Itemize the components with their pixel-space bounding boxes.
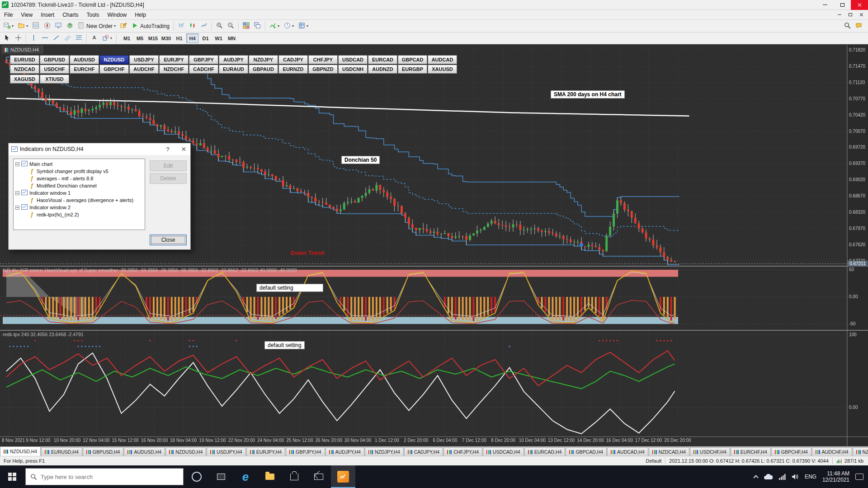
tree-indicator-item[interactable]: ƒredk-tpx(fx)_(m2.2) [15, 211, 145, 218]
navigator-button[interactable] [42, 21, 53, 32]
mdi-close-button[interactable] [856, 11, 866, 19]
chart-tab-cadjpyh4[interactable]: CADJPY,H4 [404, 447, 443, 456]
market-watch-button[interactable] [30, 21, 42, 32]
tree-expand-icon[interactable] [15, 191, 19, 195]
vline-button[interactable] [28, 33, 39, 44]
taskbar-clock[interactable]: 11:48 AM 12/21/2021 [822, 470, 849, 483]
chart-tab-chfjpyh4[interactable]: CHFJPY,H4 [443, 447, 482, 456]
symbol-button-usdcnh[interactable]: USDCNH [338, 65, 368, 74]
status-profile[interactable]: Default [646, 458, 661, 464]
dialog-title-bar[interactable]: Indicators on NZDUSD,H4 ? [9, 143, 190, 155]
symbol-button-gbpaud[interactable]: GBPAUD [249, 65, 278, 74]
autotrading-button[interactable]: AutoTrading [129, 21, 172, 32]
chart-tab-gbpjpyh4[interactable]: GBPJPY,H4 [286, 447, 325, 456]
chart-tab-usdcadh4[interactable]: USDCAD,H4 [483, 447, 524, 456]
symbol-button-gbpchf[interactable]: GBPCHF [99, 65, 129, 74]
chart-mini-tab[interactable]: NZDUSD,H4 [2, 46, 43, 53]
start-button[interactable] [0, 465, 24, 488]
delete-button[interactable]: Delete [150, 173, 187, 184]
search-button[interactable] [842, 21, 853, 32]
timeframe-mn[interactable]: MN [226, 33, 238, 43]
timeframe-m30[interactable]: M30 [160, 33, 172, 43]
chart-tab-eurchfh4[interactable]: EURCHF,H4 [731, 447, 771, 456]
symbol-button-audcad[interactable]: AUDCAD [428, 55, 457, 64]
menu-view[interactable]: View [17, 10, 37, 19]
metatrader-taskbar-button[interactable] [331, 465, 355, 488]
menu-insert[interactable]: Insert [37, 10, 58, 19]
tree-group[interactable]: Indicator window 2 [15, 204, 145, 211]
zoom-out-button[interactable] [225, 21, 236, 32]
chart-candles-button[interactable] [187, 21, 198, 32]
chart-tab-usdjpyh4[interactable]: USDJPY,H4 [207, 447, 245, 456]
timeframe-h1[interactable]: H1 [173, 33, 185, 43]
chart-bars-button[interactable] [176, 21, 187, 32]
symbol-button-chfjpy[interactable]: CHFJPY [308, 55, 338, 64]
volume-icon[interactable] [792, 474, 799, 480]
indicator-tree[interactable]: Main chartƒSymbol changer profit display… [13, 159, 145, 230]
network-icon[interactable] [778, 474, 786, 480]
symbol-button-eurnzd[interactable]: EURNZD [278, 65, 308, 74]
text-button[interactable]: A [89, 33, 100, 44]
symbol-button-nzdcad[interactable]: NZDCAD [10, 65, 39, 74]
chart-tab-gbpchfh4[interactable]: GBPCHF,H4 [771, 447, 811, 456]
symbol-button-euraud[interactable]: EURAUD [219, 65, 248, 74]
chart-tab-audusdh4[interactable]: AUDUSD,H4 [124, 447, 165, 456]
mail-button[interactable] [307, 465, 331, 488]
minimize-button[interactable] [816, 0, 834, 10]
symbol-button-audusd[interactable]: AUDUSD [70, 55, 99, 64]
chart-tab-gbpcadh4[interactable]: GBPCAD,H4 [566, 447, 607, 456]
store-button[interactable] [282, 465, 307, 488]
chart-tab-eurjpyh4[interactable]: EURJPY,H4 [246, 447, 285, 456]
chart-tab-gbpusdh4[interactable]: GBPUSD,H4 [83, 447, 124, 456]
symbol-button-usdjpy[interactable]: USDJPY [129, 55, 159, 64]
symbol-button-gbpcad[interactable]: GBPCAD [398, 55, 427, 64]
strategy-tester-button[interactable] [64, 21, 75, 32]
tile-windows-button[interactable] [241, 21, 252, 32]
symbol-button-gbpusd[interactable]: GBPUSD [40, 55, 69, 64]
timeframe-m1[interactable]: M1 [121, 33, 133, 43]
symbol-button-eurjpy[interactable]: EURJPY [159, 55, 189, 64]
action-center-icon[interactable] [855, 474, 863, 480]
chart-tab-nzdusdh4[interactable]: NZDUSD,H4 [0, 446, 41, 456]
chart-tab-nzdjpyh4[interactable]: NZDJPY,H4 [365, 447, 404, 456]
mdi-restore-button[interactable] [845, 11, 855, 19]
cascade-windows-button[interactable] [252, 21, 263, 32]
menu-window[interactable]: Window [104, 10, 131, 19]
chart-tab-audcadh4[interactable]: AUDCAD,H4 [607, 447, 648, 456]
tree-indicator-item[interactable]: ƒSymbol changer profit display v5 [15, 168, 145, 175]
trendline-button[interactable] [51, 33, 62, 44]
edit-button[interactable]: Edit [150, 160, 187, 171]
taskbar-search[interactable] [25, 468, 184, 485]
symbol-button-nzdchf[interactable]: NZDCHF [159, 65, 189, 74]
file-explorer-button[interactable] [258, 465, 282, 488]
metaeditor-button[interactable] [118, 21, 129, 32]
timeframe-h4[interactable]: H4 [186, 33, 198, 43]
chart-tab-nzdcadh4[interactable]: NZDCAD,H4 [649, 447, 689, 456]
zoom-in-button[interactable] [214, 21, 225, 32]
tree-group[interactable]: Main chart [15, 160, 145, 168]
language-indicator[interactable]: ENG [805, 474, 816, 480]
symbol-button-nzdusd[interactable]: NZDUSD [99, 55, 129, 64]
maximize-button[interactable] [834, 0, 851, 10]
symbol-button-cadchf[interactable]: CADCHF [189, 65, 218, 74]
symbol-button-eurcad[interactable]: EURCAD [368, 55, 397, 64]
dialog-close-icon[interactable] [177, 143, 190, 155]
chart-tab-nzdusdh4[interactable]: NZDUSD,H4 [165, 447, 206, 456]
terminal-button[interactable] [53, 21, 64, 32]
dialog-help-button[interactable]: ? [161, 143, 175, 155]
symbol-button-eurchf[interactable]: EURCHF [70, 65, 99, 74]
tree-indicator-item[interactable]: ƒModified Donchian channel [15, 182, 145, 189]
edge-button[interactable]: e [233, 465, 258, 488]
onedrive-icon[interactable] [764, 474, 773, 480]
symbol-button-nzdjpy[interactable]: NZDJPY [249, 55, 278, 64]
symbol-button-gbpjpy[interactable]: GBPJPY [189, 55, 218, 64]
symbol-button-gbpnzd[interactable]: GBPNZD [308, 65, 338, 74]
hidden-icons-chevron[interactable] [754, 474, 758, 479]
channel-button[interactable] [62, 33, 73, 44]
timeframe-d1[interactable]: D1 [199, 33, 212, 43]
close-button[interactable] [851, 0, 868, 10]
symbol-button-audjpy[interactable]: AUDJPY [219, 55, 248, 64]
chart-tab-audchfh4[interactable]: AUDCHF,H4 [812, 447, 852, 456]
tree-expand-icon[interactable] [15, 206, 19, 210]
chart-tab-nzdchfh4[interactable]: NZDCHF,H4 [853, 447, 868, 456]
